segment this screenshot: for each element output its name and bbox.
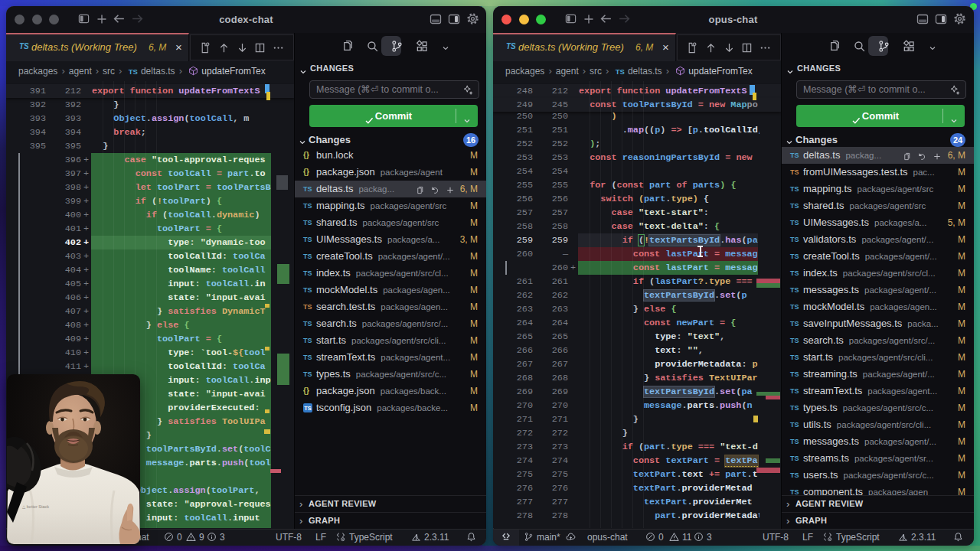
svg-text:△ better Stack: △ better Stack xyxy=(22,504,49,509)
